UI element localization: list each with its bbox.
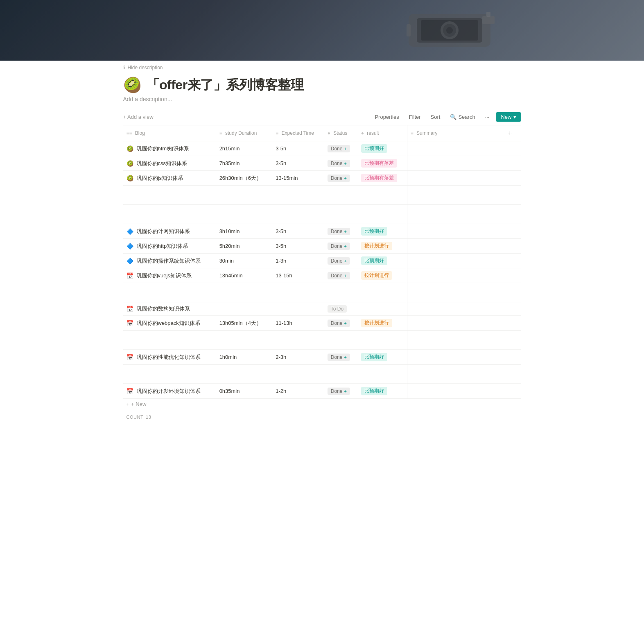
status-badge: Done +	[328, 228, 350, 235]
blog-cell[interactable]	[123, 186, 216, 205]
blog-col-icon: ≡≡	[127, 130, 132, 136]
col-add[interactable]: +	[502, 125, 521, 141]
result-cell	[358, 365, 407, 384]
status-badge: Done +	[328, 145, 350, 152]
expected-time-cell: 3-5h	[272, 224, 324, 239]
blog-cell[interactable]: 🔷巩固你的操作系统知识体系	[123, 254, 216, 268]
properties-button[interactable]: Properties	[371, 112, 402, 122]
summary-cell[interactable]	[407, 171, 502, 186]
filter-button[interactable]: Filter	[406, 112, 424, 122]
svg-rect-7	[486, 12, 490, 17]
table-row[interactable]: 🔷巩固你的http知识体系5h20min3-5hDone +按计划进行	[123, 239, 521, 254]
table-row[interactable]: 🥝巩固你的js知识体系26h30min（6天）13-15minDone +比预期…	[123, 171, 521, 186]
summary-cell[interactable]	[407, 350, 502, 365]
new-button[interactable]: New ▾	[496, 112, 521, 122]
extra-cell	[502, 224, 521, 239]
expected-time-col-icon: ≡	[276, 130, 278, 136]
table-row[interactable]	[123, 365, 521, 384]
table-row[interactable]	[123, 331, 521, 350]
status-cell: Done +	[324, 224, 358, 239]
col-study-duration: ≡ study Duration	[216, 125, 273, 141]
extra-cell	[502, 384, 521, 399]
status-badge: Done +	[328, 257, 350, 265]
table-row[interactable]: 📅巩固你的性能优化知识体系1h0min2-3hDone +比预期好	[123, 350, 521, 365]
summary-cell[interactable]	[407, 302, 502, 316]
table-row[interactable]: 🔷巩固你的计网知识体系3h10min3-5hDone +比预期好	[123, 224, 521, 239]
blog-title: 巩固你的性能优化知识体系	[137, 354, 201, 361]
study-duration-cell: 13h05min（4天）	[216, 316, 273, 331]
blog-cell[interactable]: 🥝巩固你的css知识体系	[123, 156, 216, 171]
summary-cell[interactable]	[407, 331, 502, 350]
status-badge: Done +	[328, 243, 350, 250]
summary-cell[interactable]	[407, 156, 502, 171]
sort-button[interactable]: Sort	[427, 112, 444, 122]
add-view-button[interactable]: + Add a view	[123, 112, 154, 122]
status-cell: Done +	[324, 156, 358, 171]
summary-cell[interactable]	[407, 205, 502, 224]
blog-cell[interactable]	[123, 205, 216, 224]
blog-cell[interactable]: 📅巩固你的vuejs知识体系	[123, 268, 216, 283]
blog-cell[interactable]	[123, 331, 216, 350]
summary-cell[interactable]	[407, 268, 502, 283]
status-cell: Done +	[324, 171, 358, 186]
result-badge: 比预期好	[361, 227, 387, 236]
svg-point-5	[446, 27, 453, 34]
blog-cell[interactable]: 📅巩固你的数构知识体系	[123, 302, 216, 316]
table-row[interactable]: 📅巩固你的数构知识体系To Do	[123, 302, 521, 316]
status-cell: Done +	[324, 268, 358, 283]
blog-cell[interactable]	[123, 365, 216, 384]
summary-cell[interactable]	[407, 283, 502, 302]
expected-time-cell	[272, 302, 324, 316]
table-row[interactable]	[123, 186, 521, 205]
col-status: ● Status	[324, 125, 358, 141]
table-row[interactable]: 🥝巩固你的css知识体系7h35min3-5hDone +比预期有落差	[123, 156, 521, 171]
page-description[interactable]: Add a description...	[123, 96, 521, 102]
study-duration-cell: 2h15min	[216, 141, 273, 156]
row-icon: 📅	[127, 272, 133, 279]
count-row: COUNT 13	[123, 410, 521, 424]
study-duration-cell: 13h45min	[216, 268, 273, 283]
col-blog-label: Blog	[135, 130, 145, 136]
result-badge: 比预期有落差	[361, 159, 397, 168]
table-row[interactable]: 📅巩固你的vuejs知识体系13h45min13-15hDone +按计划进行	[123, 268, 521, 283]
blog-title: 巩固你的webpack知识体系	[137, 320, 200, 327]
table-row[interactable]: 📅巩固你的webpack知识体系13h05min（4天）11-13hDone +…	[123, 316, 521, 331]
summary-cell[interactable]	[407, 239, 502, 254]
blog-cell[interactable]: 📅巩固你的性能优化知识体系	[123, 350, 216, 365]
search-button[interactable]: 🔍 Search	[447, 112, 478, 122]
add-column-button[interactable]: +	[505, 128, 515, 138]
study-duration-cell	[216, 302, 273, 316]
summary-cell[interactable]	[407, 316, 502, 331]
table-row[interactable]	[123, 283, 521, 302]
table-row[interactable]: 🔷巩固你的操作系统知识体系30min1-3hDone +比预期好	[123, 254, 521, 268]
table-row[interactable]	[123, 205, 521, 224]
summary-cell[interactable]	[407, 224, 502, 239]
blog-cell[interactable]: 🔷巩固你的计网知识体系	[123, 224, 216, 239]
blog-cell[interactable]: 📅巩固你的开发环境知识体系	[123, 384, 216, 399]
result-cell: 比预期好	[358, 350, 407, 365]
summary-cell[interactable]	[407, 141, 502, 156]
summary-cell[interactable]	[407, 365, 502, 384]
study-duration-cell: 3h10min	[216, 224, 273, 239]
summary-cell[interactable]	[407, 186, 502, 205]
blog-cell[interactable]: 📅巩固你的webpack知识体系	[123, 316, 216, 331]
result-cell: 比预期有落差	[358, 156, 407, 171]
summary-cell[interactable]	[407, 384, 502, 399]
blog-cell[interactable]: 🔷巩固你的http知识体系	[123, 239, 216, 254]
blog-title: 巩固你的数构知识体系	[137, 305, 190, 313]
more-options-button[interactable]: ···	[482, 112, 493, 122]
hide-description-bar[interactable]: ℹ Hide description	[123, 61, 521, 73]
result-cell	[358, 331, 407, 350]
blog-cell[interactable]: 🥝巩固你的html知识体系	[123, 141, 216, 156]
table-row[interactable]: 📅巩固你的开发环境知识体系0h35min1-2hDone +比预期好	[123, 384, 521, 399]
col-expected-time-label: Expected Time	[282, 130, 314, 136]
status-badge: Done +	[328, 354, 350, 361]
extra-cell	[502, 331, 521, 350]
table-row[interactable]: 🥝巩固你的html知识体系2h15min3-5hDone +比预期好	[123, 141, 521, 156]
summary-cell[interactable]	[407, 254, 502, 268]
page-title-row: 🥝 「offer来了」系列博客整理	[123, 76, 521, 94]
add-row-button[interactable]: + + New	[123, 399, 150, 410]
col-result: ● result	[358, 125, 407, 141]
blog-cell[interactable]: 🥝巩固你的js知识体系	[123, 171, 216, 186]
blog-cell[interactable]	[123, 283, 216, 302]
